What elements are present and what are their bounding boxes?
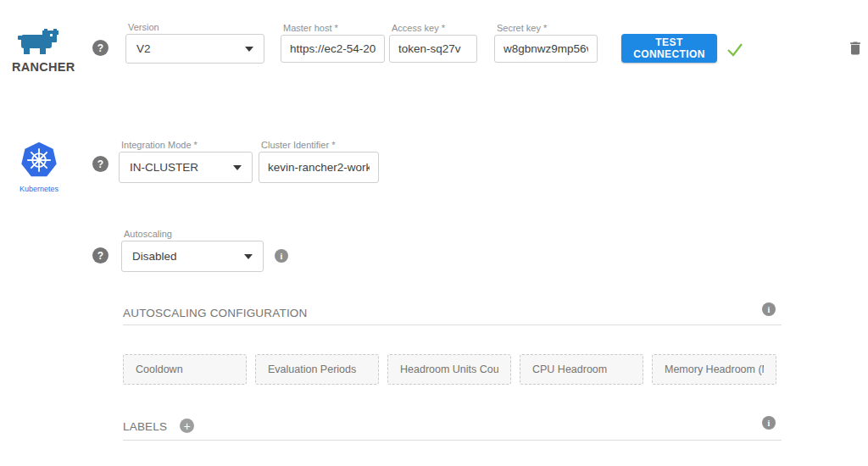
kubernetes-logo: Kubernetes [14, 141, 64, 193]
version-value: V2 [136, 42, 151, 55]
cooldown-field [123, 354, 247, 385]
labels-divider [123, 440, 782, 441]
integration-mode-value: IN-CLUSTER [130, 161, 198, 174]
secret-key-fieldbox: Secret key * [494, 35, 598, 63]
secret-key-label: Secret key * [497, 23, 547, 33]
integration-settings-page: RANCHER ? Version V2 Master host * Acces… [0, 0, 868, 466]
success-check-icon [725, 39, 745, 59]
rancher-bull-icon [16, 29, 64, 56]
integration-mode-dropdown[interactable]: Integration Mode * IN-CLUSTER [119, 152, 253, 183]
access-key-fieldbox: Access key * [389, 35, 477, 63]
headroom-units-count-field [387, 354, 511, 385]
autoscaling-info-icon[interactable]: i [275, 249, 288, 263]
autoscaling-configuration-title: AUTOSCALING CONFIGURATION [123, 307, 308, 319]
autoscaling-value: Disabled [132, 250, 177, 263]
access-key-input[interactable] [390, 36, 476, 62]
test-connection-button[interactable]: TEST CONNECTION [621, 34, 717, 63]
kubernetes-logo-label: Kubernetes [14, 185, 64, 193]
rancher-logo: RANCHER [12, 29, 68, 74]
rancher-help-icon[interactable]: ? [92, 40, 108, 56]
cpu-headroom-field [520, 354, 643, 385]
labels-info-icon[interactable]: i [762, 416, 776, 430]
autoscaling-configuration-divider [123, 325, 782, 325]
integration-mode-label: Integration Mode * [121, 140, 198, 150]
cluster-identifier-fieldbox: Cluster Identifier * [259, 152, 379, 183]
cluster-identifier-input[interactable] [259, 153, 378, 182]
master-host-label: Master host * [283, 23, 338, 33]
secret-key-input[interactable] [495, 36, 597, 62]
cooldown-input[interactable] [124, 355, 246, 384]
autoscaling-label: Autoscaling [124, 229, 172, 239]
kubernetes-help-icon[interactable]: ? [92, 156, 108, 172]
labels-title: LABELS [123, 420, 167, 433]
autoscaling-configuration-info-icon[interactable]: i [762, 302, 776, 316]
kubernetes-helm-icon [19, 141, 58, 180]
add-label-button[interactable]: + [180, 419, 194, 433]
cluster-identifier-label: Cluster Identifier * [261, 140, 335, 150]
headroom-units-count-input[interactable] [388, 355, 510, 384]
version-label: Version [128, 22, 159, 32]
evaluation-periods-field [255, 354, 379, 385]
delete-trash-icon[interactable] [847, 39, 864, 58]
master-host-fieldbox: Master host * [281, 35, 385, 63]
autoscaling-dropdown[interactable]: Autoscaling Disabled [121, 241, 264, 272]
evaluation-periods-input[interactable] [256, 355, 378, 384]
memory-headroom-input[interactable] [653, 355, 776, 384]
version-dropdown[interactable]: Version V2 [125, 34, 264, 64]
chevron-down-icon [244, 254, 253, 259]
chevron-down-icon [245, 47, 253, 52]
access-key-label: Access key * [392, 23, 445, 33]
master-host-input[interactable] [281, 36, 384, 62]
autoscaling-help-icon[interactable]: ? [92, 247, 108, 264]
cpu-headroom-input[interactable] [520, 355, 643, 384]
memory-headroom-field [652, 354, 776, 385]
chevron-down-icon [233, 165, 242, 170]
rancher-logo-text: RANCHER [12, 60, 68, 74]
